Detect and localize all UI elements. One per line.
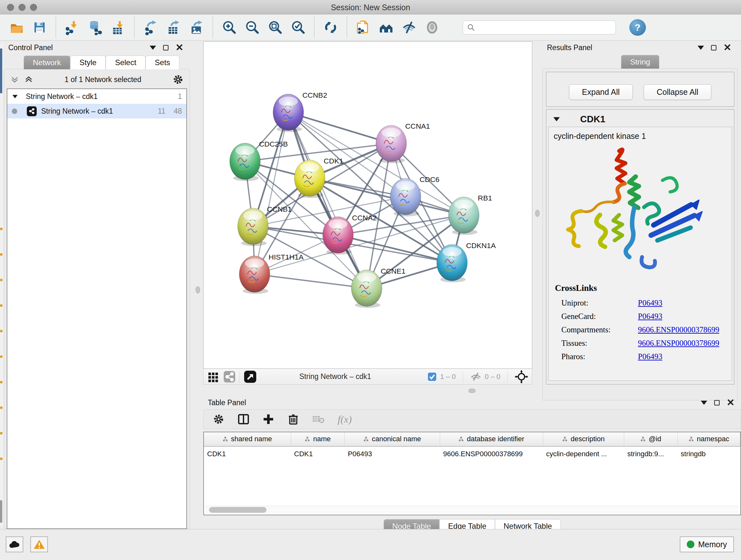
zoom-fit-button[interactable] [266,17,284,37]
collection-expand-icon[interactable] [12,95,17,98]
toolbar-separator [314,17,315,38]
close-panel-icon[interactable]: ✕ [724,44,731,51]
gear-icon[interactable] [172,74,184,85]
panel-menu-icon[interactable] [150,46,156,50]
tab-sets[interactable]: Sets [145,56,179,69]
warnings-button[interactable] [30,537,48,552]
expand-all-button[interactable]: Expand All [569,84,633,100]
network-edge[interactable] [255,274,367,288]
refresh-button[interactable] [321,17,340,37]
float-panel-icon[interactable] [714,400,720,406]
network-node-CCNA2[interactable]: CCNA2 [323,213,377,255]
search-input[interactable] [478,23,612,32]
zoom-in-button[interactable] [220,17,239,37]
hidden-eye-icon[interactable] [470,372,482,381]
zoom-selected-button[interactable] [289,17,307,37]
expand-all-icon[interactable] [24,75,33,84]
panel-menu-icon[interactable] [701,401,707,405]
import-table-icon [111,20,126,35]
fit-content-crosshair-icon[interactable] [515,370,528,383]
column-header-description[interactable]: description [543,432,624,446]
panel-menu-icon[interactable] [697,46,704,50]
network-row[interactable]: String Network – cdk1 11 48 [7,104,186,118]
collapse-all-button[interactable]: Collapse All [644,84,712,100]
import-network-from-database-button[interactable] [86,17,105,37]
section-collapse-icon[interactable] [553,117,560,121]
help-button[interactable]: ? [629,19,646,36]
show-all-button[interactable] [423,17,441,37]
automation-cloud-button[interactable] [6,537,23,552]
import-network-button[interactable] [63,17,81,37]
close-panel-icon[interactable]: ✕ [727,399,735,406]
houses-icon [379,20,394,35]
main-toolbar: ? [0,14,741,41]
network-collection-row[interactable]: String Network – cdk1 1 [7,89,186,104]
close-panel-icon[interactable]: ✕ [176,44,184,51]
hidden-counts: 0 – 0 [485,373,500,381]
column-header-shared-name[interactable]: shared name [204,432,291,446]
save-session-button[interactable] [30,17,49,37]
network-edge[interactable] [288,112,391,144]
delete-column-icon[interactable] [287,413,299,425]
memory-button[interactable]: Memory [680,537,734,552]
collapse-all-icon[interactable] [10,75,19,84]
table-row[interactable]: CDK1CDK1P064939606.ENSP00000378699cyclin… [204,446,740,460]
tab-network[interactable]: Network [23,56,70,69]
selected-checkbox-icon[interactable] [427,372,437,381]
network-node-HIST1H1A[interactable]: HIST1H1A [239,253,304,294]
import-table-button[interactable] [109,17,127,37]
export-table-button[interactable] [164,17,183,37]
float-panel-icon[interactable] [711,45,717,51]
column-header--id[interactable]: @id [624,432,677,446]
open-session-button[interactable] [7,17,26,37]
network-from-selection-button[interactable] [354,17,373,37]
scrollbar-thumb[interactable] [209,507,266,513]
show-columns-icon[interactable] [238,413,250,425]
network-node-CCNE1[interactable]: CCNE1 [351,267,406,308]
table-horizontal-scrollbar[interactable] [205,506,738,513]
network-node-CCNA1[interactable]: CCNA1 [376,122,430,163]
zoom-out-button[interactable] [243,17,261,37]
birds-eye-grid-icon[interactable] [207,371,219,382]
node-label-CDC6: CDC6 [420,175,440,184]
table-panel-title: Table Panel [208,398,246,407]
network-tree: String Network – cdk1 1 String Network –… [7,88,187,529]
results-panel: Results Panel ✕ String Expand All Collap… [542,42,738,396]
crosslink-link[interactable]: P06493 [638,312,662,321]
crosslink-link[interactable]: P06493 [638,299,662,307]
open-in-window-icon[interactable] [244,370,257,383]
column-header-canonical-name[interactable]: canonical name [345,432,440,446]
column-header-namespac[interactable]: namespac [677,432,740,446]
network-node-CDKN1A[interactable]: CDKN1A [437,241,496,283]
export-network-button[interactable] [141,17,160,37]
table-options-gear-icon[interactable] [212,413,225,425]
crosslink-label: Pharos: [561,352,638,361]
column-header-database-identifier[interactable]: database identifier [440,432,543,446]
horizontal-splitter-grip[interactable] [468,388,475,393]
network-edge[interactable] [255,112,288,274]
network-canvas[interactable]: CCNB2CCNA1CDC25BCDK1CDC6RB1CCNB1CCNA2CDK… [203,42,532,369]
hide-selected-button[interactable] [400,17,418,37]
first-neighbors-button[interactable] [377,17,395,37]
crosslink-link[interactable]: P06493 [638,352,662,361]
network-node-CDC25B[interactable]: CDC25B [230,140,288,181]
network-node-CCNB1[interactable]: CCNB1 [238,205,292,246]
export-image-button[interactable] [187,17,206,37]
network-node-CDC6[interactable]: CDC6 [390,175,440,216]
tab-select[interactable]: Select [106,56,145,69]
left-splitter-grip[interactable] [196,287,200,294]
crosslink-link[interactable]: 9606.ENSP00000378699 [638,339,719,348]
column-header-name[interactable]: name [291,432,345,446]
add-column-icon[interactable] [262,413,274,425]
string-view-icon[interactable] [223,371,235,383]
tab-style[interactable]: Style [70,56,106,69]
tab-string[interactable]: String [621,55,660,69]
network-node-RB1[interactable]: RB1 [449,194,492,235]
function-builder-icon[interactable]: f(x) [338,414,352,425]
network-canvas-svg: CCNB2CCNA1CDC25BCDK1CDC6RB1CCNB1CCNA2CDK… [204,42,532,368]
network-node-CDK1[interactable]: CDK1 [294,157,343,198]
delete-table-icon[interactable] [312,414,325,424]
network-node-CCNB2[interactable]: CCNB2 [273,91,327,132]
float-panel-icon[interactable] [163,45,169,51]
crosslink-link[interactable]: 9606.ENSP00000378699 [638,325,719,334]
